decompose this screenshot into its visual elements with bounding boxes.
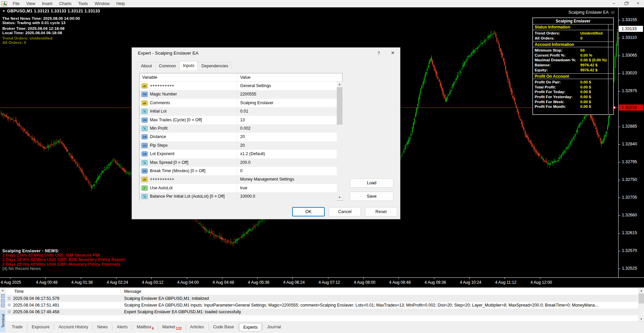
unread-count-badge: 122	[176, 326, 182, 330]
news-item: 2 Days 22 Hrs 42 Mins Until GBP: Monetar…	[2, 262, 125, 267]
load-button[interactable]: Load	[350, 178, 393, 188]
close-button[interactable]: ×	[632, 0, 644, 7]
price-tick	[619, 73, 620, 74]
ea-panel-value: 0.00 $	[580, 89, 591, 94]
terminal-scrollbar[interactable]: ▲ ▼	[638, 288, 644, 322]
ea-section-rows: Profit On Pair:0.00 $Total Profit:0.00 $…	[533, 79, 613, 110]
column-header-variable[interactable]: Variable	[142, 73, 157, 81]
time-axis-label: 4 Aug 2025	[1, 280, 21, 285]
time-axis[interactable]: 4 Aug 20254 Aug 00:484 Aug 01:364 Aug 02…	[0, 277, 644, 287]
terminal-side-icon[interactable]	[1, 304, 5, 307]
table-scrollbar[interactable]: ▲ ▼	[337, 82, 342, 200]
param-row[interactable]: ½Max Spread [0 = Off]200.0	[140, 158, 337, 167]
restore-button[interactable]	[620, 0, 632, 7]
param-row[interactable]: ab++++++++++Money Management Settings	[140, 175, 337, 184]
cancel-button[interactable]: Cancel	[329, 207, 361, 216]
ea-panel-value: 0.00 $ (0.00 %)	[580, 58, 607, 63]
scroll-up-icon[interactable]: ▲	[639, 288, 644, 293]
terminal-row[interactable]: 2025.08.04 06:17:51.491Scalping Enslaver…	[6, 302, 638, 309]
price-tick-label: 1.32705	[622, 195, 637, 200]
param-row[interactable]: ½Initial Lot0.01	[140, 107, 337, 116]
param-row[interactable]: 123Break Time (Minutes) [0 = Off]0	[140, 167, 337, 175]
param-row[interactable]: 123Max Trades (Cycle) [0 = Off]13	[140, 116, 337, 124]
scroll-down-icon[interactable]: ▼	[337, 195, 342, 200]
ea-panel-row: All Orders:0	[533, 36, 613, 41]
terminal-tab-alerts[interactable]: Alerts	[113, 323, 131, 331]
price-tick	[619, 269, 620, 269]
time-axis-tick	[469, 278, 470, 279]
terminal-tab-journal[interactable]: Journal	[263, 323, 284, 331]
tab-common[interactable]: Common	[155, 62, 180, 70]
param-row[interactable]: ½Min Profit0.002	[140, 124, 337, 133]
price-axis[interactable]: 1.331551.331101.330651.330201.329751.328…	[618, 7, 644, 277]
menu-item-view[interactable]: View	[23, 0, 39, 7]
param-value: 13	[240, 116, 245, 124]
ea-panel-value: 0.00 %	[580, 53, 592, 58]
menu-item-window[interactable]: Window	[91, 0, 113, 7]
param-name: Break Time (Minutes) [0 = Off]	[150, 167, 205, 175]
chevron-down-icon[interactable]: ▼	[2, 9, 5, 13]
ea-panel-row: Balanse:9976.42 $	[533, 63, 613, 68]
scroll-up-icon[interactable]: ▲	[337, 82, 342, 87]
column-header-message[interactable]: Message	[124, 288, 141, 295]
info-line: Broker Time: 2025.08.04 12:18:08	[2, 26, 100, 31]
terminal-tab-market[interactable]: Market122	[159, 323, 185, 331]
minimize-button[interactable]: –	[608, 0, 620, 7]
terminal-tab-news[interactable]: News	[94, 323, 112, 331]
terminal-tab-trade[interactable]: Trade	[8, 323, 26, 331]
ea-panel-value: 0.00 $	[580, 80, 591, 85]
menu-item-file[interactable]: File	[9, 0, 23, 7]
param-row[interactable]: ½Balance Per Initial Lot (AutoLot) [0 = …	[140, 192, 337, 201]
terminal-tab-mailbox[interactable]: Mailbox6	[133, 323, 157, 331]
column-header-value[interactable]: Value	[240, 73, 251, 81]
scroll-down-icon[interactable]: ▼	[639, 317, 644, 322]
terminal-tab-experts[interactable]: Experts	[239, 323, 262, 331]
column-header-time[interactable]: Time	[14, 288, 24, 295]
ea-panel-value: 0.00 $	[580, 99, 591, 105]
menu-item-charts[interactable]: Charts	[56, 0, 75, 7]
time-axis-tick	[222, 278, 222, 279]
log-message: Scalping Enslaver EA GBPUSD,M1: initiali…	[124, 295, 209, 302]
terminal-row[interactable]: 2025.08.04 06:17:49.458Expert Scalping E…	[6, 309, 638, 315]
terminal-side-icon[interactable]	[1, 294, 5, 298]
param-row[interactable]: 123Lot Exponentx1.2 (Default)	[140, 150, 337, 158]
time-axis-tick	[10, 278, 10, 279]
inputs-table: Variable Value ab++++++++++General Setti…	[139, 73, 342, 201]
terminal-tab-articles[interactable]: Articles	[186, 323, 208, 331]
ab-type-icon: ab	[142, 83, 148, 88]
save-button[interactable]: Save	[350, 192, 393, 201]
ok-button[interactable]: OK	[292, 207, 325, 216]
menu-item-tools[interactable]: Tools	[75, 0, 91, 7]
ea-panel-divider	[608, 24, 608, 114]
param-row[interactable]: ab++++++++++General Settings	[140, 82, 337, 90]
menu-item-insert[interactable]: Insert	[39, 0, 56, 7]
param-row[interactable]: abCommentsScalping Enslaver	[140, 99, 337, 107]
param-row[interactable]: 123Distance20	[140, 133, 337, 141]
price-tick	[619, 91, 620, 91]
param-row[interactable]: ✓Use AutoLottrue	[140, 184, 337, 192]
param-name: ++++++++++	[150, 82, 174, 90]
scrollbar-thumb[interactable]	[337, 87, 342, 125]
column-divider[interactable]	[237, 73, 237, 200]
reset-button[interactable]: Reset	[365, 207, 397, 216]
help-button[interactable]: ?	[372, 48, 385, 59]
terminal-side-icon[interactable]	[1, 299, 5, 303]
price-tick	[619, 38, 620, 38]
terminal-tab-exposure[interactable]: Exposure	[28, 323, 53, 331]
terminal-tab-code-base[interactable]: Code Base	[209, 323, 237, 331]
terminal-tab-account-history[interactable]: Account History	[55, 323, 92, 331]
terminal-close-button[interactable]: ×	[0, 288, 5, 293]
tab-about[interactable]: About	[137, 62, 156, 70]
scrollbar-thumb[interactable]	[639, 293, 644, 304]
param-row[interactable]: 123Pip Steps20	[140, 141, 337, 150]
terminal-panel: × Terminal Time Message 2025.08.04 06:17…	[0, 287, 644, 333]
dialog-title: Expert - Scalping Enslaver EA	[138, 48, 199, 59]
tab-inputs[interactable]: Inputs	[179, 61, 198, 70]
param-row[interactable]: 123Magic Number2200555	[140, 90, 337, 98]
info-line: Local Time: 2025.08.04 06:18:08	[2, 31, 100, 35]
terminal-row[interactable]: 2025.08.04 06:17:51.579Scalping Enslaver…	[6, 295, 638, 302]
tab-dependencies[interactable]: Dependencies	[198, 62, 232, 70]
dialog-close-button[interactable]: ×	[385, 48, 400, 59]
terminal-column-divider[interactable]	[120, 289, 120, 294]
menu-item-help[interactable]: Help	[113, 0, 128, 7]
